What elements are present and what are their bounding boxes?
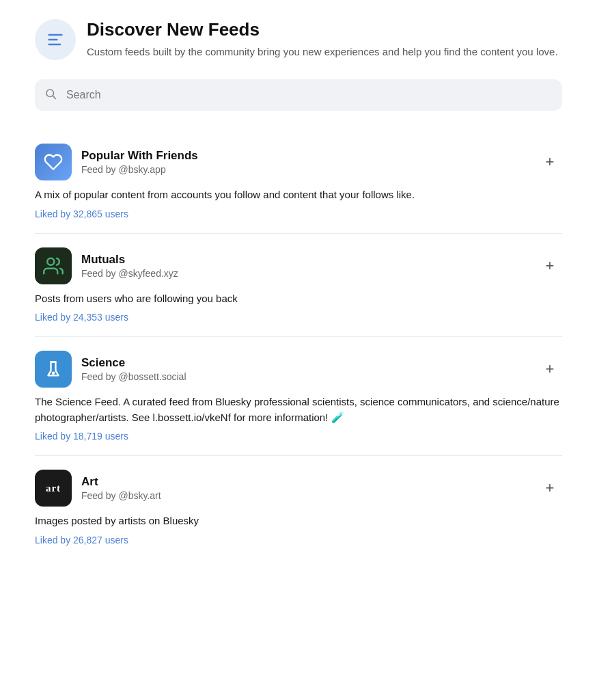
feed-likes: Liked by 32,865 users bbox=[35, 208, 562, 219]
feed-likes: Liked by 24,353 users bbox=[35, 312, 562, 323]
feed-name: Popular With Friends bbox=[81, 149, 198, 163]
science-icon bbox=[35, 351, 72, 388]
add-feed-button[interactable]: + bbox=[538, 476, 562, 500]
svg-point-8 bbox=[53, 373, 54, 374]
mutuals-icon bbox=[35, 247, 72, 284]
feed-info: Science Feed by @bossett.social bbox=[35, 351, 186, 388]
page-subtitle: Custom feeds built by the community brin… bbox=[87, 44, 562, 60]
feed-item-header: Popular With Friends Feed by @bsky.app + bbox=[35, 144, 562, 180]
popular-with-friends-icon bbox=[35, 144, 72, 180]
feed-likes: Liked by 26,827 users bbox=[35, 535, 562, 546]
feed-author: Feed by @bossett.social bbox=[81, 371, 186, 382]
feeds-list-icon bbox=[46, 30, 65, 49]
feed-name: Science bbox=[81, 356, 186, 370]
feed-author: Feed by @bsky.art bbox=[81, 490, 161, 501]
feed-item-header: Mutuals Feed by @skyfeed.xyz + bbox=[35, 247, 562, 284]
page-header: Discover New Feeds Custom feeds built by… bbox=[35, 19, 562, 60]
search-icon bbox=[44, 88, 57, 103]
search-input[interactable] bbox=[35, 79, 562, 111]
add-feed-button[interactable]: + bbox=[538, 150, 562, 174]
feed-item-header: Science Feed by @bossett.social + bbox=[35, 351, 562, 388]
list-item: Mutuals Feed by @skyfeed.xyz + Posts fro… bbox=[35, 234, 562, 338]
feed-likes: Liked by 18,719 users bbox=[35, 431, 562, 442]
add-feed-button[interactable]: + bbox=[538, 254, 562, 278]
feed-description: Posts from users who are following you b… bbox=[35, 291, 562, 307]
feed-description: The Science Feed. A curated feed from Bl… bbox=[35, 394, 562, 425]
page-title: Discover New Feeds bbox=[87, 19, 562, 40]
list-item: Popular With Friends Feed by @bsky.app +… bbox=[35, 130, 562, 234]
art-icon: art bbox=[35, 470, 72, 507]
feed-info: Mutuals Feed by @skyfeed.xyz bbox=[35, 247, 178, 284]
add-feed-button[interactable]: + bbox=[538, 357, 562, 381]
feed-list: Popular With Friends Feed by @bsky.app +… bbox=[35, 130, 562, 559]
header-icon-wrap bbox=[35, 19, 76, 60]
feed-info: art Art Feed by @bsky.art bbox=[35, 470, 161, 507]
feed-description: A mix of popular content from accounts y… bbox=[35, 187, 562, 203]
feed-author: Feed by @bsky.app bbox=[81, 164, 198, 175]
art-icon-text: art bbox=[46, 483, 61, 494]
feed-info: Popular With Friends Feed by @bsky.app bbox=[35, 144, 198, 180]
list-item: Science Feed by @bossett.social + The Sc… bbox=[35, 337, 562, 456]
svg-point-6 bbox=[47, 258, 54, 265]
feed-description: Images posted by artists on Bluesky bbox=[35, 513, 562, 529]
feed-author: Feed by @skyfeed.xyz bbox=[81, 268, 178, 279]
feed-name: Mutuals bbox=[81, 253, 178, 267]
search-container bbox=[35, 79, 562, 111]
feed-name-group: Art Feed by @bsky.art bbox=[81, 475, 161, 501]
page-container: Discover New Feeds Custom feeds built by… bbox=[18, 0, 579, 578]
feed-name-group: Popular With Friends Feed by @bsky.app bbox=[81, 149, 198, 175]
header-text: Discover New Feeds Custom feeds built by… bbox=[87, 19, 562, 60]
svg-line-5 bbox=[53, 96, 55, 98]
list-item: art Art Feed by @bsky.art + Images poste… bbox=[35, 456, 562, 559]
feed-name: Art bbox=[81, 475, 161, 489]
feed-item-header: art Art Feed by @bsky.art + bbox=[35, 470, 562, 507]
feed-name-group: Science Feed by @bossett.social bbox=[81, 356, 186, 382]
feed-name-group: Mutuals Feed by @skyfeed.xyz bbox=[81, 253, 178, 279]
